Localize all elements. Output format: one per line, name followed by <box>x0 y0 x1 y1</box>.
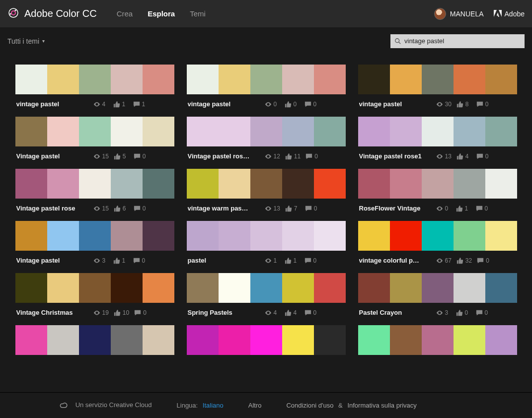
swatches[interactable] <box>15 273 174 303</box>
theme-name: RoseFlower Vintage <box>359 205 436 212</box>
swatch <box>314 117 346 146</box>
theme-stats: 1560 <box>93 205 149 212</box>
topbar-right: MANUELA Adobe <box>434 8 525 20</box>
theme-card: Spring Pastels440 <box>187 273 346 316</box>
subbar: Tutti i temi ▾ <box>0 27 532 55</box>
swatch <box>485 65 517 94</box>
swatches[interactable] <box>15 117 174 146</box>
nav-crea[interactable]: Crea <box>117 9 133 18</box>
swatch <box>250 273 282 303</box>
theme-card: Pastel Crayon300 <box>358 273 517 316</box>
theme-meta: Vintage pastel ros…12110 <box>187 146 346 160</box>
swatch <box>15 325 47 355</box>
likes-count: 11 <box>294 153 301 160</box>
terms-link[interactable]: Condizioni d'uso <box>286 402 333 409</box>
likes-count: 1 <box>122 257 128 264</box>
cc-service: Un servizio Creative Cloud <box>60 401 152 410</box>
swatches[interactable] <box>187 117 346 146</box>
comments-count: 0 <box>314 205 320 212</box>
likes-count: 8 <box>465 101 471 108</box>
swatches[interactable] <box>187 325 346 355</box>
theme-name: vintage warm pas… <box>188 205 265 212</box>
search-box[interactable] <box>390 34 525 48</box>
svg-point-2 <box>10 13 11 14</box>
nav-temi[interactable]: Temi <box>190 9 206 18</box>
likes-count: 6 <box>123 205 129 212</box>
swatch <box>47 169 79 199</box>
theme-meta: vintage pastel000 <box>187 94 346 108</box>
likes-count: 7 <box>294 205 300 212</box>
creative-cloud-icon <box>60 401 71 409</box>
filter-dropdown[interactable]: Tutti i temi ▾ <box>7 37 45 45</box>
theme-stats: 110 <box>265 257 319 264</box>
views-count: 4 <box>274 309 280 316</box>
views-icon <box>436 101 443 108</box>
search-input[interactable] <box>404 37 521 45</box>
theme-meta: vintage pastel3080 <box>358 94 517 108</box>
likes-count: 0 <box>465 309 471 316</box>
svg-point-4 <box>395 38 399 42</box>
theme-name: vintage colorful p… <box>359 257 436 264</box>
theme-meta: Vintage pastel rose11340 <box>358 146 517 160</box>
swatch <box>15 221 47 251</box>
footer-altro[interactable]: Altro <box>248 402 262 409</box>
svg-point-0 <box>9 8 18 17</box>
comments-icon <box>476 153 483 160</box>
views-count: 4 <box>102 101 108 108</box>
swatches[interactable] <box>187 169 346 199</box>
search-icon <box>394 38 401 45</box>
theme-stats: 310 <box>93 257 148 264</box>
views-count: 0 <box>274 101 280 108</box>
swatch <box>422 325 454 355</box>
swatches[interactable] <box>358 117 517 146</box>
comments-count: 0 <box>143 205 149 212</box>
swatches[interactable] <box>358 325 517 355</box>
nav-esplora[interactable]: Esplora <box>148 9 175 18</box>
swatches[interactable] <box>358 65 517 94</box>
likes-icon <box>113 257 120 264</box>
user-block[interactable]: MANUELA <box>434 8 484 20</box>
swatches[interactable] <box>358 221 517 251</box>
swatches[interactable] <box>358 169 517 199</box>
ampersand: & <box>338 402 343 409</box>
adobe-link[interactable]: Adobe <box>494 10 525 18</box>
theme-stats: 1550 <box>93 153 149 160</box>
views-count: 1 <box>274 257 280 264</box>
swatch <box>143 273 174 303</box>
swatches[interactable] <box>15 169 174 199</box>
swatches[interactable] <box>187 273 346 303</box>
swatch <box>79 117 111 146</box>
theme-card: Vintage pastel1550 <box>15 117 174 160</box>
swatches[interactable] <box>15 65 174 94</box>
theme-meta: pastel110 <box>187 251 346 264</box>
comments-count: 0 <box>485 309 491 316</box>
lang-block[interactable]: Lingua: Italiano <box>177 402 224 409</box>
theme-name: Vintage pastel <box>16 257 93 264</box>
swatches[interactable] <box>358 273 517 303</box>
theme-name: Vintage pastel <box>16 152 93 160</box>
swatches[interactable] <box>15 325 174 355</box>
privacy-link[interactable]: Informativa sulla privacy <box>347 402 416 409</box>
swatch <box>250 65 282 94</box>
views-count: 67 <box>445 257 452 264</box>
app-brand: Adobe Color CC <box>7 7 97 21</box>
views-count: 3 <box>445 309 451 316</box>
swatch <box>111 65 143 94</box>
chevron-down-icon: ▾ <box>42 38 45 44</box>
views-count: 13 <box>274 205 280 212</box>
views-icon <box>265 257 272 264</box>
theme-stats: 440 <box>265 309 319 316</box>
comments-icon <box>305 205 312 212</box>
swatches[interactable] <box>15 221 174 251</box>
swatch <box>422 169 454 199</box>
swatch <box>187 117 219 146</box>
likes-count: 1 <box>294 257 300 264</box>
theme-meta: RoseFlower Vintage010 <box>358 199 517 212</box>
swatches[interactable] <box>187 221 346 251</box>
color-wheel-icon <box>7 7 19 21</box>
adobe-icon <box>494 10 502 18</box>
swatches[interactable] <box>187 65 346 94</box>
views-icon <box>265 205 272 212</box>
views-count: 13 <box>445 153 452 160</box>
comments-count: 0 <box>142 257 148 264</box>
